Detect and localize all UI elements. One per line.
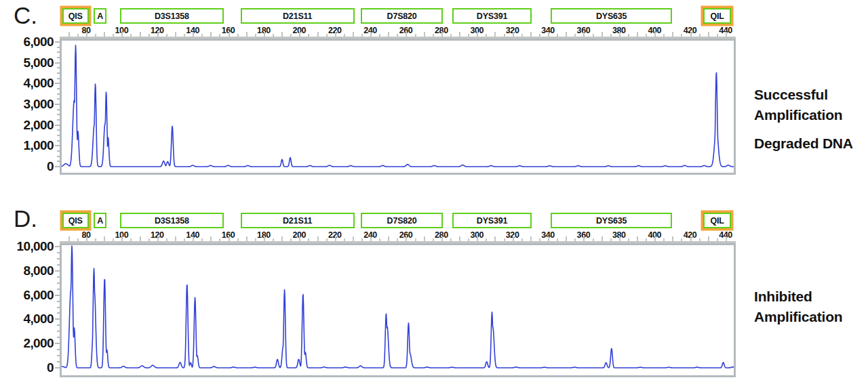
ruler-tick (574, 238, 576, 241)
caption-line: Amplification (754, 105, 868, 125)
ruler-tick (574, 34, 576, 37)
ruler-tick (663, 34, 665, 37)
ruler-tick (672, 32, 673, 37)
y-tick (55, 83, 60, 84)
y-tick-label: 2,000 (0, 337, 54, 350)
annotation-text: InhibitedAmplification (754, 287, 868, 335)
ruler-tick (370, 236, 372, 241)
ruler-tick (113, 34, 114, 37)
ruler-tick (388, 236, 389, 241)
ruler-tick (149, 34, 150, 37)
ruler-tick (530, 236, 532, 241)
ruler-tick (450, 34, 452, 37)
trace-line (62, 246, 734, 368)
y-tick (55, 367, 60, 368)
ruler-tick (424, 236, 425, 241)
ruler-tick (77, 238, 79, 241)
ruler-tick (140, 236, 141, 241)
electropherogram-trace (62, 245, 734, 373)
ruler-tick (68, 236, 70, 241)
ruler-tick (663, 238, 665, 241)
ruler-tick (433, 34, 434, 37)
ruler-tick (157, 32, 159, 37)
ruler-tick (237, 238, 239, 241)
ruler-tick (130, 34, 132, 37)
caption-block: Degraded DNA (754, 133, 868, 154)
ruler-tick (201, 238, 203, 241)
caption-line: Amplification (754, 307, 868, 327)
ruler-tick (681, 238, 682, 241)
ruler-tick (397, 238, 398, 241)
ruler-tick (593, 34, 594, 37)
y-tick-label: 5,000 (0, 56, 54, 70)
ruler-tick (619, 236, 620, 241)
ruler-tick (264, 236, 265, 241)
ruler-tick (557, 238, 558, 241)
ruler-tick (308, 238, 309, 241)
ruler-tick (290, 238, 292, 241)
ruler-tick (397, 34, 398, 37)
ruler-tick (353, 236, 354, 241)
ruler-tick (690, 32, 692, 37)
caption-block: SuccessfulAmplification (754, 85, 868, 125)
ruler-tick (415, 238, 416, 241)
ruler-tick (654, 32, 656, 37)
ruler-tick (273, 34, 274, 37)
ruler-tick (86, 236, 87, 241)
ruler-tick (104, 32, 105, 37)
y-tick (55, 41, 60, 43)
marker-box-d7s820: D7S820 (361, 213, 443, 228)
ruler-tick (424, 32, 425, 37)
ruler-tick (281, 236, 283, 241)
ruler-tick (77, 34, 79, 37)
ruler-tick (86, 32, 87, 37)
ruler-tick (441, 236, 443, 241)
ruler-tick (335, 236, 336, 241)
ruler-tick (361, 238, 363, 241)
panel-letter-d: D. (14, 206, 37, 232)
trace-line (62, 45, 734, 167)
y-tick (55, 343, 60, 344)
ruler-tick (539, 238, 540, 241)
marker-box-d21s11: D21S11 (241, 213, 355, 228)
ruler-tick (699, 238, 701, 241)
ruler-tick (264, 32, 265, 37)
ruler-tick (193, 32, 194, 37)
y-tick-label: 10,000 (0, 240, 54, 253)
ruler-tick (353, 32, 354, 37)
ruler-tick (255, 34, 256, 37)
ruler-tick (308, 34, 309, 37)
y-tick (55, 166, 60, 167)
ruler-tick (628, 34, 629, 37)
caption-line: Degraded DNA (754, 133, 868, 154)
caption-block: InhibitedAmplification (754, 287, 868, 327)
ruler-tick (486, 238, 487, 241)
ruler-tick (140, 32, 141, 37)
y-tick-label: 0 (0, 361, 54, 375)
ruler-tick (113, 238, 114, 241)
ruler-tick (149, 238, 150, 241)
ruler-tick (68, 32, 70, 37)
ruler-tick (494, 32, 496, 37)
ruler-tick (255, 238, 256, 241)
marker-box-d21s11: D21S11 (241, 8, 355, 24)
ruler-tick (450, 238, 452, 241)
marker-box-d7s820: D7S820 (361, 8, 443, 24)
ruler-tick (335, 32, 336, 37)
ruler-tick (468, 34, 469, 37)
ruler-tick (95, 238, 96, 241)
ruler-tick (210, 32, 212, 37)
ruler-tick (699, 34, 701, 37)
ruler-tick (566, 236, 567, 241)
marker-box-dys391: DYS391 (452, 8, 532, 24)
y-tick-label: 3,000 (0, 98, 54, 111)
ruler-tick (229, 236, 230, 241)
ruler-tick (717, 238, 718, 241)
y-tick-label: 8,000 (0, 264, 54, 278)
ruler-tick (539, 34, 540, 37)
ruler-tick (379, 238, 380, 241)
y-tick (55, 246, 60, 247)
ruler-tick (406, 32, 407, 37)
ruler-tick (717, 34, 718, 37)
ruler-tick (95, 34, 96, 37)
